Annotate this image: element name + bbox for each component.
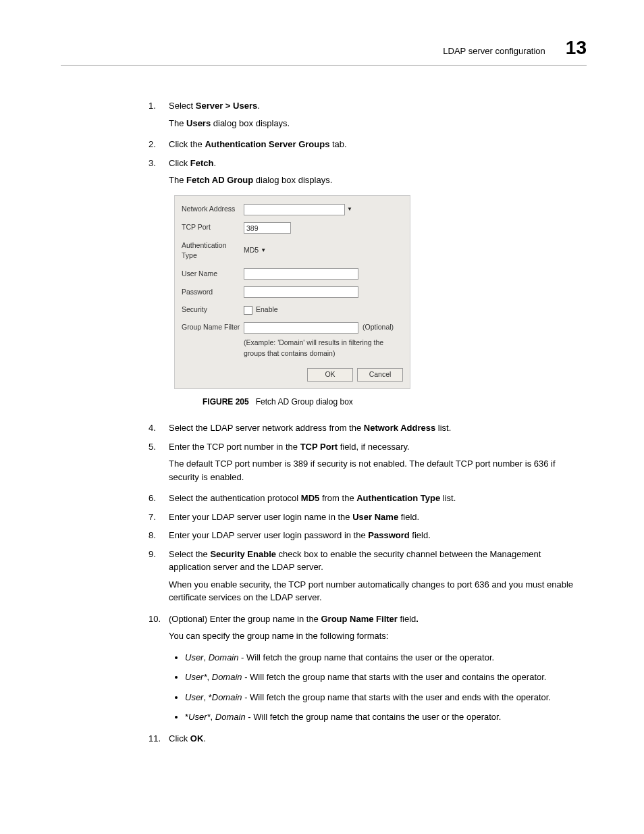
figure-text: Fetch AD Group dialog box xyxy=(256,397,353,407)
step-number: 7. xyxy=(149,511,156,524)
user-name-field[interactable] xyxy=(244,268,358,280)
step-number: 4. xyxy=(149,421,156,435)
row-password: Password xyxy=(182,286,403,298)
step-11: 11. Click OK. xyxy=(149,732,583,746)
step-number: 9. xyxy=(149,548,156,561)
step-5: 5. Enter the TCP port number in the TCP … xyxy=(149,440,583,484)
tcp-port-field[interactable]: 389 xyxy=(244,222,291,234)
step-1: 1. Select Server > Users. The Users dial… xyxy=(149,99,583,130)
format-item: User, *Domain - Will fetch the group nam… xyxy=(185,691,583,704)
row-group-filter: Group Name Filter (Optional) xyxy=(182,322,403,334)
step-10: 10. (Optional) Enter the group name in t… xyxy=(149,613,583,724)
format-item: User, Domain - Will fetch the group name… xyxy=(185,651,583,664)
label-password: Password xyxy=(182,287,244,298)
step-text: Click OK. xyxy=(169,733,206,744)
group-filter-hint: (Example: 'Domain' will results in filte… xyxy=(244,338,403,359)
row-network-address: Network Address ▼ xyxy=(182,204,403,215)
step-5-note: The default TCP port number is 389 if se… xyxy=(169,457,583,484)
step-text: Click the Authentication Server Groups t… xyxy=(169,139,347,149)
step-text: Select Server > Users. xyxy=(169,101,260,111)
label-security: Security xyxy=(182,305,244,315)
step-text: Enter your LDAP server user login name i… xyxy=(169,512,419,522)
content: 1. Select Server > Users. The Users dial… xyxy=(149,99,583,745)
step-number: 3. xyxy=(149,157,156,170)
step-3-result: The Fetch AD Group dialog box displays. xyxy=(169,174,583,187)
password-field[interactable] xyxy=(244,286,358,298)
format-list: User, Domain - Will fetch the group name… xyxy=(169,651,583,724)
figure-label: FIGURE 205 xyxy=(203,397,249,407)
auth-type-value: MD5 xyxy=(244,245,259,256)
step-number: 2. xyxy=(149,138,156,151)
step-3: 3. Click Fetch. The Fetch AD Group dialo… xyxy=(149,157,583,409)
steps-list: 1. Select Server > Users. The Users dial… xyxy=(149,99,583,745)
label-group-filter: Group Name Filter xyxy=(182,322,244,333)
enable-label: Enable xyxy=(256,305,278,313)
enable-checkbox[interactable] xyxy=(244,306,252,315)
step-8: 8. Enter your LDAP server user login pas… xyxy=(149,529,583,542)
step-6: 6. Select the authentication protocol MD… xyxy=(149,492,583,505)
step-number: 11. xyxy=(149,732,161,746)
figure-caption: FIGURE 205 Fetch AD Group dialog box xyxy=(203,396,583,408)
step-10-intro: You can specify the group name in the fo… xyxy=(169,629,583,643)
step-number: 6. xyxy=(149,492,156,505)
step-number: 8. xyxy=(149,529,156,542)
network-address-combo[interactable]: ▼ xyxy=(244,204,354,215)
label-network-address: Network Address xyxy=(182,204,244,215)
step-1-result: The Users dialog box displays. xyxy=(169,117,583,130)
step-text: (Optional) Enter the group name in the G… xyxy=(169,614,419,624)
page: LDAP server configuration 13 1. Select S… xyxy=(0,0,644,834)
page-header: LDAP server configuration 13 xyxy=(61,34,587,66)
dialog-buttons: OK Cancel xyxy=(182,368,403,382)
dialog-screenshot: Network Address ▼ TCP Port 389 Authentic… xyxy=(174,195,583,390)
step-text: Enter your LDAP server user login passwo… xyxy=(169,530,431,540)
auth-type-combo[interactable]: MD5 ▼ xyxy=(244,245,268,257)
label-tcp-port: TCP Port xyxy=(182,222,244,233)
step-number: 10. xyxy=(149,613,161,626)
row-tcp-port: TCP Port 389 xyxy=(182,222,403,234)
format-item: *User*, Domain - Will fetch the group na… xyxy=(185,710,583,724)
chapter-number: 13 xyxy=(566,34,587,62)
step-text: Select the Security Enable check box to … xyxy=(169,549,541,573)
row-auth-type: Authentication Type MD5 ▼ xyxy=(182,240,403,262)
step-text: Enter the TCP port number in the TCP Por… xyxy=(169,442,410,452)
dropdown-icon[interactable]: ▼ xyxy=(259,245,268,257)
enable-checkbox-wrap: Enable xyxy=(244,305,278,315)
network-address-field[interactable] xyxy=(244,204,345,215)
step-9-note: When you enable security, the TCP port n… xyxy=(169,578,583,604)
format-item: User*, Domain - Will fetch the group nam… xyxy=(185,671,583,684)
group-filter-field[interactable] xyxy=(244,322,358,334)
fetch-ad-group-dialog: Network Address ▼ TCP Port 389 Authentic… xyxy=(174,195,410,390)
label-auth-type: Authentication Type xyxy=(182,240,244,262)
step-text: Select the LDAP server network address f… xyxy=(169,423,451,433)
ok-button[interactable]: OK xyxy=(307,368,353,382)
step-7: 7. Enter your LDAP server user login nam… xyxy=(149,511,583,524)
label-user-name: User Name xyxy=(182,269,244,280)
step-2: 2. Click the Authentication Server Group… xyxy=(149,138,583,151)
step-number: 5. xyxy=(149,440,156,454)
step-4: 4. Select the LDAP server network addres… xyxy=(149,421,583,435)
cancel-button[interactable]: Cancel xyxy=(357,368,403,382)
row-security: Security Enable xyxy=(182,305,403,315)
step-text: Click Fetch. xyxy=(169,158,216,168)
step-text: Select the authentication protocol MD5 f… xyxy=(169,493,456,503)
dropdown-icon[interactable]: ▼ xyxy=(345,204,354,215)
step-9: 9. Select the Security Enable check box … xyxy=(149,548,583,604)
header-title: LDAP server configuration xyxy=(443,45,545,58)
optional-label: (Optional) xyxy=(363,322,394,333)
row-user-name: User Name xyxy=(182,268,403,280)
step-number: 1. xyxy=(149,99,156,113)
